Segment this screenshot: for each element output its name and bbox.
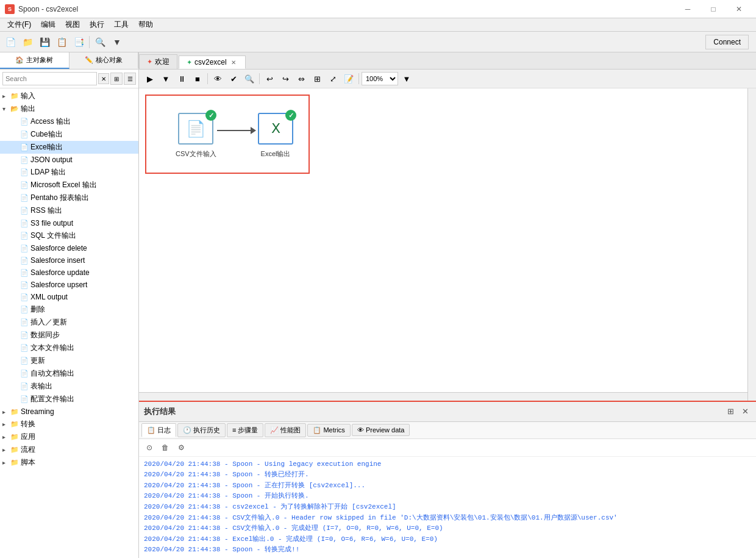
tree-item-Excel输出[interactable]: 📄Excel输出: [0, 141, 138, 154]
excel-node-box[interactable]: Ⅹ ✓: [258, 113, 293, 145]
tree-item-Microsoft_Excel_输出[interactable]: 📄Microsoft Excel 输出: [0, 179, 138, 191]
tree-item-label: 文本文件输出: [30, 343, 74, 353]
menu-tools[interactable]: 工具: [109, 18, 134, 31]
tree-item-输出[interactable]: ▾📂输出: [0, 102, 138, 115]
exec-tab-preview[interactable]: 👁 Preview data: [352, 424, 410, 436]
csv-input-node[interactable]: 📄 ✓ CSV文件输入: [176, 113, 216, 159]
tree-item-Salesforce_update[interactable]: 📄Salesforce update: [0, 266, 138, 279]
tree-item-文本文件输出[interactable]: 📄文本文件输出: [0, 342, 138, 354]
tree-item-输入[interactable]: ▸📁输入: [0, 90, 138, 102]
save-all-button[interactable]: 📑: [71, 34, 87, 50]
menu-run[interactable]: 执行: [85, 18, 109, 31]
run-dropdown-button[interactable]: ▼: [159, 71, 173, 86]
tab-welcome[interactable]: ✦ 欢迎: [139, 54, 177, 69]
tab-close-button[interactable]: ✕: [229, 58, 238, 66]
csv-node-box[interactable]: 📄 ✓: [178, 113, 213, 145]
leaf-icon: 📄: [20, 369, 29, 379]
tree-item-XML_output[interactable]: 📄XML output: [0, 291, 138, 303]
tree-item-S3_file_output[interactable]: 📄S3 file output: [0, 217, 138, 229]
explore-button[interactable]: 🔍: [92, 34, 108, 50]
zoom-select[interactable]: 100% 50% 75% 125% 150%: [362, 72, 398, 85]
exec-tab-log[interactable]: 📋 日志: [141, 423, 176, 437]
tree-item-插入／更新[interactable]: 📄插入／更新: [0, 316, 138, 329]
tree-item-Salesforce_upsert[interactable]: 📄Salesforce upsert: [0, 279, 138, 291]
tree-item-转换[interactable]: ▸📁转换: [0, 418, 138, 431]
tree-item-Streaming[interactable]: ▸📁Streaming: [0, 406, 138, 418]
new-button[interactable]: 📄: [2, 34, 18, 50]
align-button[interactable]: ⇔: [294, 71, 308, 86]
left-panel: 🏠 主对象树 ✏️ 核心对象 ✕ ⊞ ☰ ▸📁输入▾📂输出📄Access 输出📄…: [0, 52, 139, 558]
tree-item-RSS_输出[interactable]: 📄RSS 输出: [0, 204, 138, 217]
preview-button[interactable]: 👁: [210, 71, 225, 86]
tree-item-配置文件输出[interactable]: 📄配置文件输出: [0, 393, 138, 406]
close-button[interactable]: ✕: [727, 1, 751, 18]
menu-edit[interactable]: 编辑: [36, 18, 60, 31]
exec-tab-metrics[interactable]: 📋 Metrics: [307, 424, 350, 437]
tree-item-数据同步[interactable]: 📄数据同步: [0, 329, 138, 342]
stop-button[interactable]: ■: [190, 71, 205, 86]
snap-button[interactable]: ⊞: [310, 71, 324, 86]
connect-button[interactable]: Connect: [705, 35, 749, 49]
log-delete-button[interactable]: 🗑: [159, 441, 172, 454]
tree-item-Cube输出[interactable]: 📄Cube输出: [0, 128, 138, 141]
canvas-scrollbar-horizontal[interactable]: [139, 392, 747, 401]
dropdown-button[interactable]: ▼: [109, 34, 125, 50]
flow-arrow: [217, 127, 256, 134]
tree-item-自动文档输出[interactable]: 📄自动文档输出: [0, 367, 138, 380]
menu-view[interactable]: 视图: [60, 18, 85, 31]
tree-area: ▸📁输入▾📂输出📄Access 输出📄Cube输出📄Excel输出📄JSON o…: [0, 88, 138, 558]
open-button[interactable]: 📁: [20, 34, 35, 50]
tree-item-Pentaho_报表输出[interactable]: 📄Pentaho 报表输出: [0, 191, 138, 204]
log-clear-button[interactable]: ⊙: [143, 441, 156, 454]
tree-item-JSON_output[interactable]: 📄JSON output: [0, 154, 138, 166]
leaf-icon: 📄: [20, 318, 29, 327]
tree-item-Access_输出[interactable]: 📄Access 输出: [0, 115, 138, 128]
perf-tab-icon: 📈: [270, 426, 279, 434]
run-button[interactable]: ▶: [143, 71, 157, 86]
tree-item-删除[interactable]: 📄删除: [0, 303, 138, 316]
undo-button[interactable]: ↩: [262, 71, 277, 86]
analyze-button[interactable]: 🔍: [242, 71, 257, 86]
tree-collapse-button[interactable]: ☰: [124, 73, 136, 85]
log-line-4: 2020/04/20 21:44:38 - csv2excel - 为了转换解除…: [144, 502, 751, 513]
save-button[interactable]: 💾: [37, 34, 52, 50]
zoom-dropdown-button[interactable]: ▼: [399, 71, 414, 86]
search-input[interactable]: [2, 72, 97, 85]
tab-main-object-tree[interactable]: 🏠 主对象树: [0, 52, 70, 69]
exec-tab-history[interactable]: 🕐 执行历史: [177, 423, 226, 437]
tree-item-脚本[interactable]: ▸📁脚本: [0, 456, 138, 469]
exec-panel-maximize[interactable]: ⊞: [724, 406, 736, 418]
canvas-scrollbar-vertical[interactable]: [747, 88, 756, 401]
tree-item-LDAP_输出[interactable]: 📄LDAP 输出: [0, 166, 138, 179]
tree-item-label: Salesforce update: [30, 268, 90, 277]
tree-item-流程[interactable]: ▸📁流程: [0, 443, 138, 456]
exec-tab-perf[interactable]: 📈 性能图: [265, 423, 306, 437]
fit-button[interactable]: ⤢: [326, 71, 340, 86]
search-clear-button[interactable]: ✕: [98, 73, 109, 84]
save-as-button[interactable]: 📋: [54, 34, 70, 50]
tree-item-Salesforce_delete[interactable]: 📄Salesforce delete: [0, 242, 138, 254]
maximize-button[interactable]: □: [701, 1, 726, 18]
menu-help[interactable]: 帮助: [134, 18, 158, 31]
exec-tab-steps[interactable]: ≡ 步骤量: [227, 423, 263, 437]
check-button[interactable]: ✔: [226, 71, 241, 86]
tree-item-SQL_文件输出[interactable]: 📄SQL 文件输出: [0, 229, 138, 242]
menu-file[interactable]: 文件(F): [2, 18, 36, 31]
exec-panel-close[interactable]: ✕: [739, 406, 751, 418]
canvas-area[interactable]: 📄 ✓ CSV文件输入 Ⅹ ✓ Excel输出: [139, 88, 756, 401]
excel-output-node[interactable]: Ⅹ ✓ Excel输出: [258, 113, 293, 159]
tree-item-更新[interactable]: 📄更新: [0, 354, 138, 367]
tree-item-Salesforce_insert[interactable]: 📄Salesforce insert: [0, 254, 138, 266]
tree-item-表输出[interactable]: 📄表输出: [0, 380, 138, 393]
tab-core-object[interactable]: ✏️ 核心对象: [70, 52, 139, 69]
notes-button[interactable]: 📝: [341, 71, 356, 86]
welcome-tab-icon: ✦: [147, 58, 152, 66]
minimize-button[interactable]: ─: [676, 1, 700, 18]
tree-expand-button[interactable]: ⊞: [110, 73, 123, 85]
tree-item-应用[interactable]: ▸📁应用: [0, 431, 138, 443]
tab-csv2excel[interactable]: ✦ csv2excel ✕: [179, 55, 246, 69]
log-settings-button[interactable]: ⚙: [174, 441, 188, 454]
pause-button[interactable]: ⏸: [174, 71, 189, 86]
redo-button[interactable]: ↪: [278, 71, 293, 86]
editor-toolbar: ▶ ▼ ⏸ ■ 👁 ✔ 🔍 ↩ ↪ ⇔ ⊞ ⤢ 📝 100% 50% 75% 1…: [139, 70, 756, 88]
